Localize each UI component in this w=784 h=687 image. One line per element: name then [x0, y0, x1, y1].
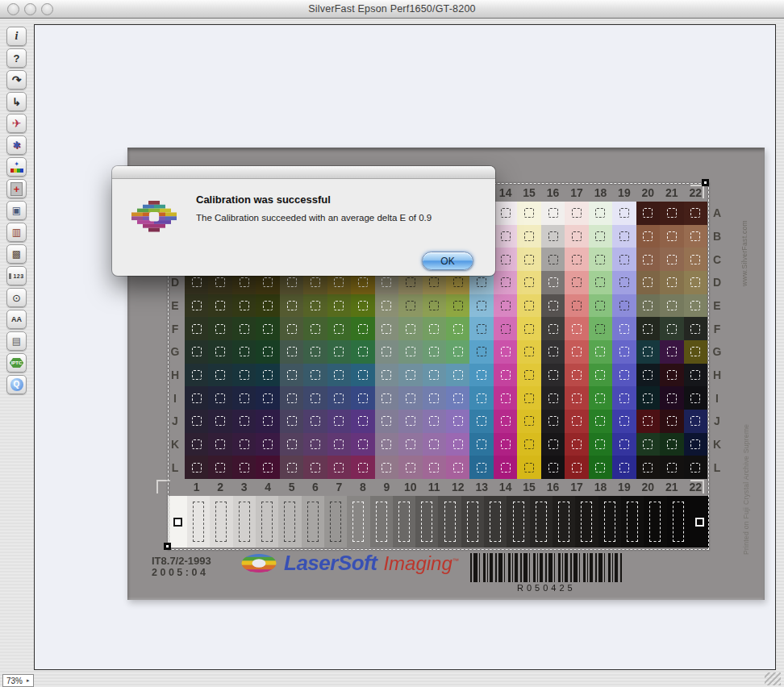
lasersoft-brand: LaserSoft Imaging™ [240, 551, 459, 576]
scan-pilot-button[interactable]: + [6, 179, 27, 198]
toolbar: i?↷↳✈✱✦+▣▥▩123⊙AA▤IPTCQ [0, 19, 33, 671]
row-letter: J [710, 410, 724, 433]
selection-handle-top-right[interactable] [702, 179, 709, 186]
preview-canvas[interactable]: 12345678910111213141516171819202122 1234… [34, 24, 776, 670]
paper-type-text: Printed on Fuji Crystal Archive Supreme [742, 385, 750, 555]
barcode [470, 553, 622, 582]
print-button[interactable]: ▤ [6, 331, 27, 351]
help-icon: ? [14, 53, 20, 64]
calibration-button[interactable]: ✦ [6, 157, 27, 177]
frames-button[interactable]: ▣ [6, 201, 27, 220]
iptc-button[interactable]: IPTC [6, 353, 27, 373]
brand-sub-text: Imaging™ [383, 552, 458, 575]
densitometer-button[interactable]: 123 [6, 266, 27, 285]
it8-standard-text: IT8.7/2-1993 [152, 555, 211, 567]
window-title: SilverFast Epson Perf1650/GT-8200 [0, 3, 784, 15]
row-letter: A [710, 202, 724, 225]
gears-button[interactable]: ✱ [6, 135, 27, 155]
selection-handle-bottom-left[interactable] [164, 543, 171, 550]
gears-icon: ✱ [12, 140, 20, 150]
iptc-icon: IPTC [10, 358, 24, 368]
row-letter: C [710, 248, 724, 271]
row-letter: G [710, 340, 724, 364]
resize-grip[interactable] [765, 672, 781, 685]
row-letter: H [710, 364, 724, 387]
minimize-button[interactable] [24, 3, 36, 15]
delete-frame-icon: ▥ [12, 227, 21, 237]
zoom-level-value: 73% [6, 677, 23, 685]
info-icon: i [15, 31, 19, 42]
text-recognition-icon: AA [11, 316, 22, 323]
rotate-button[interactable]: ↷ [6, 70, 27, 90]
airplane-button[interactable]: ✈ [6, 114, 27, 133]
descreen-icon: ▩ [12, 249, 21, 259]
quicktime-icon: Q [10, 378, 23, 391]
row-letter: K [710, 433, 724, 456]
densitometer-icon: 123 [9, 273, 23, 279]
window-titlebar: SilverFast Epson Perf1650/GT-8200 [0, 0, 784, 19]
silverfast-logo-icon [131, 200, 177, 235]
dialog-title: Calibration was successful [196, 194, 331, 206]
arrows-icon: ↳ [12, 97, 21, 107]
dialog-message: The Calibration succeeded with an averag… [196, 213, 478, 223]
application-window: SilverFast Epson Perf1650/GT-8200 i?↷↳✈✱… [0, 0, 784, 687]
brand-name-text: LaserSoft [284, 551, 377, 576]
arrows-button[interactable]: ↳ [6, 92, 27, 111]
row-letter: F [710, 317, 724, 340]
lasersoft-logo-icon [240, 552, 277, 574]
window-controls [7, 3, 53, 15]
scanner-control-button[interactable]: ⊙ [6, 288, 27, 307]
row-letter: B [710, 225, 724, 248]
row-letter: D [710, 271, 724, 294]
airplane-icon: ✈ [12, 118, 22, 129]
delete-frame-button[interactable]: ▥ [6, 223, 27, 242]
dialog-titlebar [112, 166, 495, 179]
info-button[interactable]: i [6, 27, 27, 46]
silverfast-url-text: www.SilverFast.com [740, 181, 749, 286]
row-letter: I [710, 386, 724, 410]
trademark-symbol: ™ [452, 557, 459, 564]
barcode-text: R050425 [517, 583, 576, 593]
scan-pilot-icon: + [10, 182, 23, 196]
row-letter: E [710, 294, 724, 318]
scanner-control-icon: ⊙ [12, 293, 21, 303]
calibration-dialog: Calibration was successful The Calibrati… [112, 166, 495, 276]
frames-icon: ▣ [12, 206, 21, 215]
close-button[interactable] [7, 3, 19, 15]
descreen-button[interactable]: ▩ [6, 244, 27, 264]
it8-date-text: 2005:04 [152, 567, 211, 579]
calibration-icon: ✦ [14, 161, 19, 168]
it8-standard-label: IT8.7/2-1993 2005:04 [152, 555, 211, 579]
zoom-menu-arrow-icon: ▸ [27, 677, 30, 684]
ok-button[interactable]: OK [422, 252, 473, 270]
help-button[interactable]: ? [6, 48, 27, 68]
row-letters-right: ABCDEFGHIJKL [710, 202, 724, 479]
zoom-level-control[interactable]: 73% ▸ [2, 674, 34, 687]
rotate-icon: ↷ [12, 74, 22, 85]
text-recognition-button[interactable]: AA [6, 310, 27, 329]
quicktime-button[interactable]: Q [6, 375, 27, 394]
print-icon: ▤ [12, 336, 21, 346]
zoom-button[interactable] [41, 3, 53, 15]
row-letter: L [710, 456, 724, 479]
